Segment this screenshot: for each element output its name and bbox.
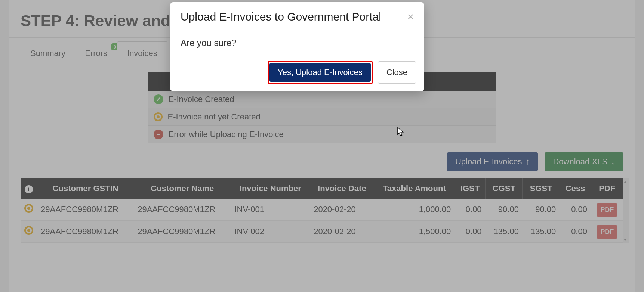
confirm-button-highlight: Yes, Upload E-Invoices [268, 61, 373, 84]
modal-close-footer-button[interactable]: Close [378, 61, 416, 84]
modal-close-button[interactable]: × [407, 11, 414, 22]
modal-body-text: Are you sure? [170, 30, 424, 55]
modal-title: Upload E-Invoices to Government Portal [181, 10, 381, 23]
confirm-upload-button[interactable]: Yes, Upload E-Invoices [269, 63, 371, 82]
upload-confirm-modal: Upload E-Invoices to Government Portal ×… [170, 2, 424, 91]
